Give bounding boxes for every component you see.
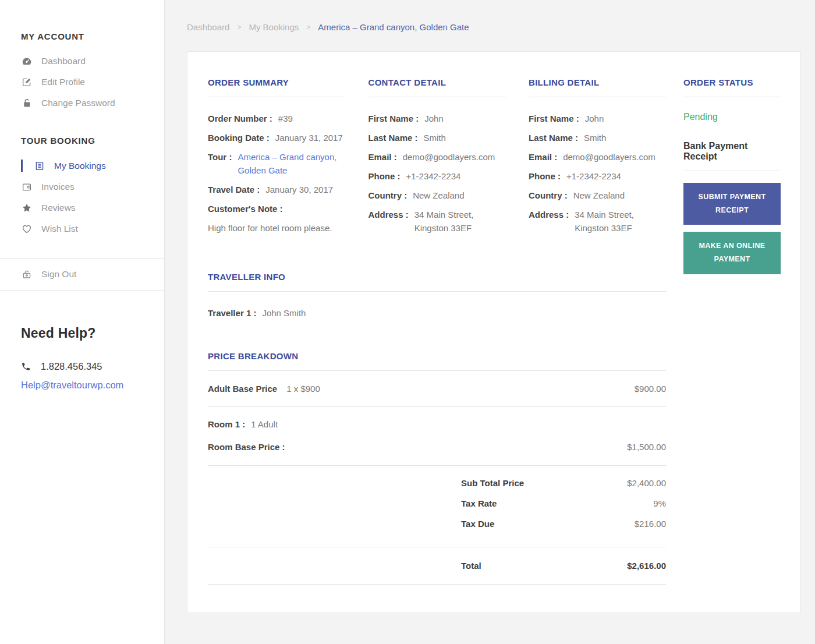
sidebar-item-label: My Bookings <box>54 161 106 171</box>
sidebar-item-invoices[interactable]: Invoices <box>21 176 153 197</box>
adult-qty: 1 x $900 <box>286 384 320 394</box>
sidebar-item-label: Dashboard <box>41 56 86 66</box>
sidebar-item-my-bookings[interactable]: My Bookings <box>21 155 153 176</box>
last-name-value: Smith <box>424 131 446 144</box>
traveller-info-title: TRAVELLER INFO <box>208 272 666 292</box>
address-value: 34 Main Street,Kingston 33EF <box>575 208 634 235</box>
sidebar: MY ACCOUNT Dashboard Edit Profile Change… <box>0 0 165 644</box>
phone-value: +1-2342-2234 <box>406 169 461 183</box>
field-label: Address : <box>529 208 569 235</box>
price-breakdown-title: PRICE BREAKDOWN <box>208 351 666 371</box>
country-value: New Zealand <box>413 189 464 202</box>
help-email-link[interactable]: Help@traveltourwp.com <box>21 380 153 391</box>
chevron-right-icon: > <box>306 23 310 31</box>
tax-due-label: Tax Due <box>461 517 494 530</box>
submit-payment-receipt-button[interactable]: SUBMIT PAYMENT RECEIPT <box>683 183 781 225</box>
breadcrumb-my-bookings[interactable]: My Bookings <box>249 22 299 32</box>
star-icon <box>21 202 33 214</box>
total-row: Total $2,616.00 <box>208 547 666 585</box>
field-label: Travel Date : <box>208 183 260 196</box>
field-label: Traveller 1 : <box>208 306 256 320</box>
tax-due-value: $216.00 <box>635 517 666 530</box>
country-value: New Zealand <box>573 189 625 202</box>
lock-icon <box>21 97 33 109</box>
order-summary-title: ORDER SUMMARY <box>208 77 345 97</box>
room-label: Room 1 : <box>208 417 245 431</box>
field-label: Phone : <box>368 169 401 183</box>
price-row-room: Room 1 :1 Adult Room Base Price :$1,500.… <box>208 407 666 466</box>
invoice-icon <box>21 181 33 193</box>
sidebar-item-label: Sign Out <box>41 269 76 279</box>
billing-detail-section: BILLING DETAIL First Name :John Last Nam… <box>529 77 666 240</box>
tax-rate-value: 9% <box>653 497 666 510</box>
totals-block: Sub Total Price$2,400.00 Tax Rate9% Tax … <box>208 466 666 547</box>
customer-note-value: High floor for hotel room please. <box>208 221 345 235</box>
field-label: Email : <box>529 150 557 164</box>
help-phone-row: 1.828.456.345 <box>21 361 153 372</box>
booking-date-value: January 31, 2017 <box>275 131 343 144</box>
breadcrumb-current: America – Grand canyon, Golden Gate <box>318 22 469 32</box>
order-summary-section: ORDER SUMMARY Order Number :#39 Booking … <box>208 77 345 240</box>
adult-base-price-label: Adult Base Price <box>208 384 277 394</box>
traveller-name-value: John Smith <box>262 306 306 320</box>
field-label: First Name : <box>368 112 419 125</box>
make-online-payment-button[interactable]: MAKE AN ONLINE PAYMENT <box>683 232 781 274</box>
field-label: Tour : <box>208 150 232 177</box>
price-row-adult: Adult Base Price 1 x $900 $900.00 <box>208 371 666 407</box>
phone-icon <box>21 362 31 371</box>
subtotal-value: $2,400.00 <box>627 476 666 490</box>
field-label: Phone : <box>529 169 561 183</box>
sidebar-item-edit-profile[interactable]: Edit Profile <box>21 72 153 93</box>
field-label: Last Name : <box>368 131 418 144</box>
main-content: Dashboard > My Bookings > America – Gran… <box>165 0 815 613</box>
billing-detail-title: BILLING DETAIL <box>529 77 666 97</box>
sidebar-item-label: Wish List <box>41 224 78 234</box>
field-label: Email : <box>368 150 397 164</box>
sidebar-item-label: Change Password <box>41 98 115 108</box>
order-detail-card: ORDER SUMMARY Order Number :#39 Booking … <box>187 51 800 613</box>
adult-amount: $900.00 <box>635 384 666 394</box>
address-value: 34 Main Street,Kingston 33EF <box>414 208 474 235</box>
need-help-title: Need Help? <box>21 325 153 341</box>
bookings-icon <box>34 160 45 172</box>
sidebar-item-reviews[interactable]: Reviews <box>21 197 153 218</box>
sidebar-item-sign-out[interactable]: Sign Out <box>21 266 164 282</box>
phone-value: +1-2342-2234 <box>566 169 621 183</box>
email-value: demo@goodlayers.com <box>403 150 495 164</box>
sidebar-item-dashboard[interactable]: Dashboard <box>21 51 153 72</box>
need-help-section: Need Help? 1.828.456.345 Help@traveltour… <box>0 291 164 391</box>
field-label: Last Name : <box>529 131 578 144</box>
field-label: Country : <box>529 189 568 202</box>
help-phone-number: 1.828.456.345 <box>41 361 102 372</box>
sidebar-item-wish-list[interactable]: Wish List <box>21 218 153 239</box>
breadcrumb-dashboard[interactable]: Dashboard <box>187 22 229 32</box>
tax-rate-label: Tax Rate <box>461 497 497 510</box>
unlock-icon <box>21 268 33 280</box>
order-status-section: ORDER STATUS Pending Bank Payment Receip… <box>683 77 781 585</box>
breadcrumb: Dashboard > My Bookings > America – Gran… <box>187 22 800 32</box>
room-value: 1 Adult <box>251 417 278 431</box>
traveller-info-section: TRAVELLER INFO Traveller 1 :John Smith <box>208 272 666 320</box>
chevron-right-icon: > <box>237 23 241 31</box>
contact-detail-title: CONTACT DETAIL <box>368 77 506 97</box>
first-name-value: John <box>585 112 604 125</box>
tour-link[interactable]: America – Grand canyon,Golden Gate <box>238 150 336 177</box>
travel-date-value: January 30, 2017 <box>265 183 333 196</box>
sidebar-item-label: Invoices <box>41 182 75 192</box>
total-value: $2,616.00 <box>627 561 666 571</box>
first-name-value: John <box>424 112 444 125</box>
room-price-amount: $1,500.00 <box>627 440 666 454</box>
dashboard-icon <box>21 55 33 67</box>
heart-icon <box>21 223 33 235</box>
sign-out-section: Sign Out <box>0 258 164 291</box>
field-label: Country : <box>368 189 408 202</box>
order-status-title: ORDER STATUS <box>683 77 781 97</box>
room-price-label: Room Base Price : <box>208 440 285 454</box>
total-label: Total <box>461 561 481 571</box>
sidebar-item-change-password[interactable]: Change Password <box>21 93 153 114</box>
sidebar-heading-my-account: MY ACCOUNT <box>21 31 153 41</box>
field-label: Order Number : <box>208 112 272 125</box>
field-label: First Name : <box>529 112 579 125</box>
sidebar-item-label: Reviews <box>41 203 76 213</box>
field-label: Address : <box>368 208 409 235</box>
